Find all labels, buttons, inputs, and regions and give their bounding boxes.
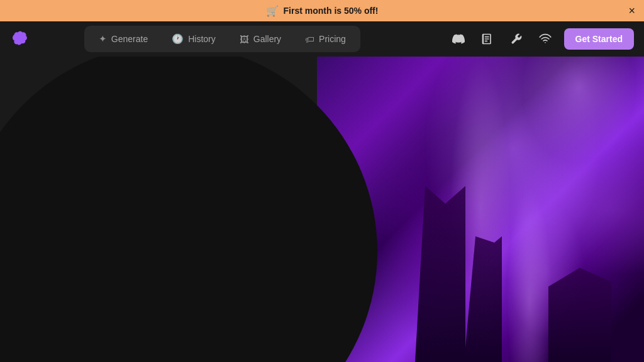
nav-tabs: ✦ Generate 🕐 History 🖼 Gallery 🏷 Pricing bbox=[84, 26, 360, 52]
main-content bbox=[0, 57, 644, 362]
discord-icon bbox=[452, 33, 465, 45]
tab-history[interactable]: 🕐 History bbox=[160, 29, 227, 49]
pricing-icon: 🏷 bbox=[305, 34, 314, 45]
navbar: ✦ Generate 🕐 History 🖼 Gallery 🏷 Pricing bbox=[0, 21, 644, 57]
tab-pricing-label: Pricing bbox=[319, 34, 346, 44]
logo bbox=[10, 29, 30, 49]
tools-icon bbox=[510, 33, 523, 45]
banner-text: First month is 50% off! bbox=[284, 6, 379, 16]
cliff-3 bbox=[548, 268, 611, 362]
cart-icon: 🛒 bbox=[266, 5, 279, 17]
logo-icon bbox=[11, 30, 29, 48]
nav-right: Get Started bbox=[448, 28, 634, 50]
gallery-icon: 🖼 bbox=[240, 34, 249, 45]
history-icon: 🕐 bbox=[172, 33, 184, 45]
tab-gallery[interactable]: 🖼 Gallery bbox=[228, 29, 292, 49]
signal-button[interactable] bbox=[535, 29, 555, 49]
tab-pricing[interactable]: 🏷 Pricing bbox=[294, 29, 357, 49]
promo-banner: 🛒 First month is 50% off! × bbox=[0, 0, 644, 21]
generate-icon: ✦ bbox=[99, 33, 107, 45]
tab-generate-label: Generate bbox=[111, 34, 148, 44]
discord-button[interactable] bbox=[448, 29, 469, 49]
tab-history-label: History bbox=[188, 34, 216, 44]
book-icon bbox=[481, 33, 494, 45]
tab-gallery-label: Gallery bbox=[253, 34, 281, 44]
tools-button[interactable] bbox=[506, 29, 526, 49]
get-started-button[interactable]: Get Started bbox=[564, 28, 634, 50]
close-banner-button[interactable]: × bbox=[628, 5, 635, 16]
cliff-1 bbox=[415, 186, 465, 362]
tab-generate[interactable]: ✦ Generate bbox=[87, 29, 159, 49]
signal-icon bbox=[539, 33, 552, 45]
cliff-2 bbox=[464, 236, 502, 362]
docs-button[interactable] bbox=[477, 29, 497, 49]
